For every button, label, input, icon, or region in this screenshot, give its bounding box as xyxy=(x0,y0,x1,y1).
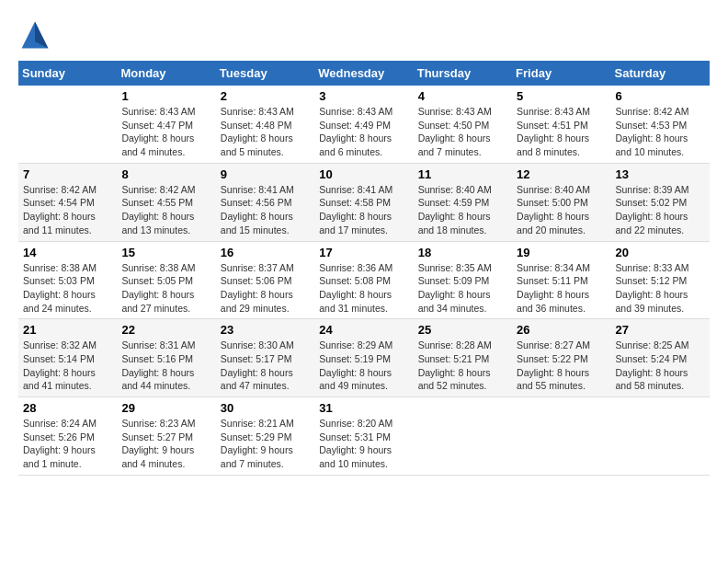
header-cell-wednesday: Wednesday xyxy=(314,61,413,86)
logo xyxy=(18,18,55,52)
day-info: Sunrise: 8:27 AMSunset: 5:22 PMDaylight:… xyxy=(517,339,606,393)
day-cell: 27Sunrise: 8:25 AMSunset: 5:24 PMDayligh… xyxy=(611,319,710,397)
day-number: 24 xyxy=(319,323,408,337)
day-number: 2 xyxy=(221,89,310,103)
day-cell: 9Sunrise: 8:41 AMSunset: 4:56 PMDaylight… xyxy=(216,163,314,241)
header-cell-thursday: Thursday xyxy=(414,61,512,86)
day-cell: 22Sunrise: 8:31 AMSunset: 5:16 PMDayligh… xyxy=(117,319,215,397)
day-cell: 12Sunrise: 8:40 AMSunset: 5:00 PMDayligh… xyxy=(512,163,610,241)
day-cell xyxy=(18,86,117,163)
day-cell: 13Sunrise: 8:39 AMSunset: 5:02 PMDayligh… xyxy=(611,163,710,241)
day-info: Sunrise: 8:20 AMSunset: 5:31 PMDaylight:… xyxy=(319,417,408,471)
day-number: 28 xyxy=(23,401,112,415)
day-cell: 20Sunrise: 8:33 AMSunset: 5:12 PMDayligh… xyxy=(611,241,710,319)
day-number: 3 xyxy=(319,89,408,103)
day-cell: 1Sunrise: 8:43 AMSunset: 4:47 PMDaylight… xyxy=(117,86,215,163)
day-info: Sunrise: 8:43 AMSunset: 4:49 PMDaylight:… xyxy=(319,105,408,159)
day-number: 20 xyxy=(616,246,705,259)
week-row-4: 21Sunrise: 8:32 AMSunset: 5:14 PMDayligh… xyxy=(18,319,710,397)
day-info: Sunrise: 8:43 AMSunset: 4:50 PMDaylight:… xyxy=(418,105,507,159)
day-info: Sunrise: 8:43 AMSunset: 4:51 PMDaylight:… xyxy=(517,105,606,159)
day-number: 29 xyxy=(121,401,210,415)
day-number: 27 xyxy=(616,323,705,337)
day-cell: 28Sunrise: 8:24 AMSunset: 5:26 PMDayligh… xyxy=(18,397,117,476)
day-cell: 21Sunrise: 8:32 AMSunset: 5:14 PMDayligh… xyxy=(18,319,117,397)
week-row-1: 1Sunrise: 8:43 AMSunset: 4:47 PMDaylight… xyxy=(18,86,710,163)
day-cell: 26Sunrise: 8:27 AMSunset: 5:22 PMDayligh… xyxy=(512,319,610,397)
day-cell: 2Sunrise: 8:43 AMSunset: 4:48 PMDaylight… xyxy=(216,86,314,163)
day-number: 10 xyxy=(319,167,408,181)
day-cell: 8Sunrise: 8:42 AMSunset: 4:55 PMDaylight… xyxy=(117,163,215,241)
day-number: 16 xyxy=(221,246,310,259)
day-number: 19 xyxy=(517,246,606,259)
day-info: Sunrise: 8:32 AMSunset: 5:14 PMDaylight:… xyxy=(23,339,112,393)
day-cell: 4Sunrise: 8:43 AMSunset: 4:50 PMDaylight… xyxy=(414,86,512,163)
day-info: Sunrise: 8:28 AMSunset: 5:21 PMDaylight:… xyxy=(418,339,507,393)
day-info: Sunrise: 8:29 AMSunset: 5:19 PMDaylight:… xyxy=(319,339,408,393)
day-number: 30 xyxy=(221,401,310,415)
day-info: Sunrise: 8:40 AMSunset: 4:59 PMDaylight:… xyxy=(418,183,507,237)
day-number: 17 xyxy=(319,246,408,259)
week-row-5: 28Sunrise: 8:24 AMSunset: 5:26 PMDayligh… xyxy=(18,397,710,476)
day-number: 12 xyxy=(517,167,606,181)
day-cell: 30Sunrise: 8:21 AMSunset: 5:29 PMDayligh… xyxy=(216,397,314,476)
day-number: 9 xyxy=(221,167,310,181)
day-cell: 6Sunrise: 8:42 AMSunset: 4:53 PMDaylight… xyxy=(611,86,710,163)
day-number: 22 xyxy=(121,323,210,337)
day-info: Sunrise: 8:43 AMSunset: 4:47 PMDaylight:… xyxy=(121,105,210,159)
day-info: Sunrise: 8:33 AMSunset: 5:12 PMDaylight:… xyxy=(616,261,705,316)
week-row-3: 14Sunrise: 8:38 AMSunset: 5:03 PMDayligh… xyxy=(18,241,710,319)
day-cell xyxy=(512,397,610,476)
day-info: Sunrise: 8:31 AMSunset: 5:16 PMDaylight:… xyxy=(121,339,210,393)
header-cell-monday: Monday xyxy=(117,61,215,86)
day-cell: 10Sunrise: 8:41 AMSunset: 4:58 PMDayligh… xyxy=(314,163,413,241)
day-cell: 25Sunrise: 8:28 AMSunset: 5:21 PMDayligh… xyxy=(414,319,512,397)
day-cell: 24Sunrise: 8:29 AMSunset: 5:19 PMDayligh… xyxy=(314,319,413,397)
day-number: 4 xyxy=(418,89,507,103)
day-number: 14 xyxy=(23,246,112,259)
day-cell: 31Sunrise: 8:20 AMSunset: 5:31 PMDayligh… xyxy=(314,397,413,476)
day-info: Sunrise: 8:42 AMSunset: 4:54 PMDaylight:… xyxy=(23,183,112,237)
day-info: Sunrise: 8:34 AMSunset: 5:11 PMDaylight:… xyxy=(517,261,606,316)
day-number: 25 xyxy=(418,323,507,337)
day-cell xyxy=(414,397,512,476)
day-number: 31 xyxy=(319,401,408,415)
day-info: Sunrise: 8:36 AMSunset: 5:08 PMDaylight:… xyxy=(319,261,408,316)
page-header xyxy=(18,18,710,52)
day-info: Sunrise: 8:37 AMSunset: 5:06 PMDaylight:… xyxy=(221,261,310,316)
day-info: Sunrise: 8:21 AMSunset: 5:29 PMDaylight:… xyxy=(221,417,310,471)
day-number: 8 xyxy=(121,167,210,181)
day-cell: 18Sunrise: 8:35 AMSunset: 5:09 PMDayligh… xyxy=(414,241,512,319)
page-container: SundayMondayTuesdayWednesdayThursdayFrid… xyxy=(18,18,710,476)
day-cell: 11Sunrise: 8:40 AMSunset: 4:59 PMDayligh… xyxy=(414,163,512,241)
day-number: 5 xyxy=(517,89,606,103)
day-number: 15 xyxy=(121,246,210,259)
day-cell: 16Sunrise: 8:37 AMSunset: 5:06 PMDayligh… xyxy=(216,241,314,319)
day-info: Sunrise: 8:38 AMSunset: 5:05 PMDaylight:… xyxy=(121,261,210,316)
day-info: Sunrise: 8:23 AMSunset: 5:27 PMDaylight:… xyxy=(121,417,210,471)
day-number: 18 xyxy=(418,246,507,259)
day-number: 6 xyxy=(616,89,705,103)
day-info: Sunrise: 8:40 AMSunset: 5:00 PMDaylight:… xyxy=(517,183,606,237)
day-info: Sunrise: 8:43 AMSunset: 4:48 PMDaylight:… xyxy=(221,105,310,159)
header-cell-sunday: Sunday xyxy=(18,61,117,86)
day-info: Sunrise: 8:30 AMSunset: 5:17 PMDaylight:… xyxy=(221,339,310,393)
day-cell xyxy=(611,397,710,476)
day-cell: 5Sunrise: 8:43 AMSunset: 4:51 PMDaylight… xyxy=(512,86,610,163)
day-cell: 23Sunrise: 8:30 AMSunset: 5:17 PMDayligh… xyxy=(216,319,314,397)
day-info: Sunrise: 8:42 AMSunset: 4:53 PMDaylight:… xyxy=(616,105,705,159)
day-number: 26 xyxy=(517,323,606,337)
day-number: 21 xyxy=(23,323,112,337)
day-cell: 3Sunrise: 8:43 AMSunset: 4:49 PMDaylight… xyxy=(314,86,413,163)
day-number: 13 xyxy=(616,167,705,181)
day-number: 11 xyxy=(418,167,507,181)
day-number: 23 xyxy=(221,323,310,337)
header-row: SundayMondayTuesdayWednesdayThursdayFrid… xyxy=(18,61,710,86)
day-info: Sunrise: 8:38 AMSunset: 5:03 PMDaylight:… xyxy=(23,261,112,316)
day-cell: 29Sunrise: 8:23 AMSunset: 5:27 PMDayligh… xyxy=(117,397,215,476)
day-cell: 7Sunrise: 8:42 AMSunset: 4:54 PMDaylight… xyxy=(18,163,117,241)
calendar-table: SundayMondayTuesdayWednesdayThursdayFrid… xyxy=(18,61,710,476)
day-cell: 15Sunrise: 8:38 AMSunset: 5:05 PMDayligh… xyxy=(117,241,215,319)
day-cell: 14Sunrise: 8:38 AMSunset: 5:03 PMDayligh… xyxy=(18,241,117,319)
day-info: Sunrise: 8:39 AMSunset: 5:02 PMDaylight:… xyxy=(616,183,705,237)
